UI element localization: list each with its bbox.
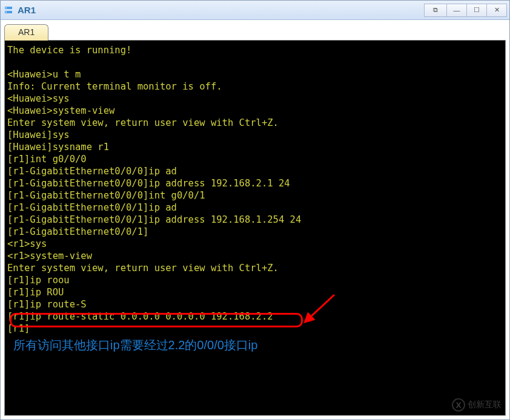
app-icon xyxy=(3,5,14,16)
watermark: X 创新互联 xyxy=(452,398,502,412)
app-window: AR1 ⧉ — ☐ ✕ AR1 The device is running! <… xyxy=(0,0,510,420)
svg-point-1 xyxy=(5,11,7,13)
terminal-line: [r1] xyxy=(7,323,503,335)
terminal-line: [r1-GigabitEthernet0/0/1]ip ad xyxy=(7,202,503,214)
window-title: AR1 xyxy=(18,5,425,15)
terminal-line: [r1]ip route-S xyxy=(7,298,503,310)
terminal-line: <r1>system-view xyxy=(7,250,503,262)
window-controls: ⧉ — ☐ ✕ xyxy=(425,4,507,17)
terminal-line: [r1-GigabitEthernet0/0/1]ip address 192.… xyxy=(7,214,503,226)
terminal-line: Info: Current terminal monitor is off. xyxy=(7,80,503,93)
terminal-line xyxy=(7,56,503,68)
svg-point-0 xyxy=(5,7,7,8)
tab-ar1[interactable]: AR1 xyxy=(4,24,48,41)
watermark-brand: 创新互联 xyxy=(468,399,502,410)
annotation-text: 所有访问其他接口ip需要经过2.2的0/0/0接口ip xyxy=(13,337,257,353)
terminal-line: Enter system view, return user view with… xyxy=(7,262,503,274)
terminal-line: [Huawei]sys xyxy=(7,129,503,141)
terminal-line: Enter system view, return user view with… xyxy=(7,117,503,129)
tab-row: AR1 xyxy=(4,24,506,41)
terminal-line: The device is running! xyxy=(7,44,503,56)
extra-button[interactable]: ⧉ xyxy=(424,4,447,17)
close-button[interactable]: ✕ xyxy=(486,4,507,17)
terminal[interactable]: The device is running! <Huawei>u t mInfo… xyxy=(4,41,506,416)
terminal-line: [r1]ip route-static 0.0.0.0 0.0.0.0 192.… xyxy=(7,310,503,323)
terminal-line: [r1]int g0/0/0 xyxy=(7,153,503,165)
terminal-line: [r1]ip roou xyxy=(7,274,503,286)
terminal-line: <Huawei>system-view xyxy=(7,105,503,117)
terminal-line: <Huawei>sys xyxy=(7,93,503,105)
terminal-line: [r1]ip ROU xyxy=(7,286,503,298)
terminal-line: <Huawei>u t m xyxy=(7,68,503,80)
terminal-line: [Huawei]sysname r1 xyxy=(7,141,503,153)
terminal-line: [r1-GigabitEthernet0/0/0]ip address 192.… xyxy=(7,177,503,189)
terminal-line: <r1>sys xyxy=(7,238,503,250)
terminal-line: [r1-GigabitEthernet0/0/0]ip ad xyxy=(7,165,503,177)
terminal-line: [r1-GigabitEthernet0/0/1] xyxy=(7,226,503,238)
watermark-logo-icon: X xyxy=(452,398,465,412)
maximize-button[interactable]: ☐ xyxy=(466,4,487,17)
minimize-button[interactable]: — xyxy=(446,4,467,17)
terminal-line: [r1-GigabitEthernet0/0/0]int g0/0/1 xyxy=(7,189,503,202)
titlebar[interactable]: AR1 ⧉ — ☐ ✕ xyxy=(1,1,509,20)
content-area: AR1 The device is running! <Huawei>u t m… xyxy=(1,20,509,419)
